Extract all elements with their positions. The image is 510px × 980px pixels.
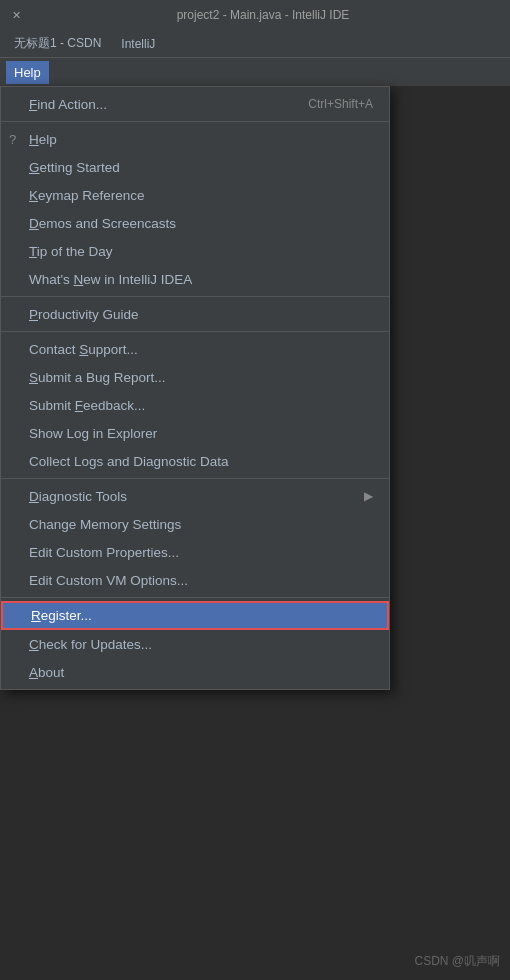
- tab-area: 无标题1 - CSDN IntelliJ: [0, 30, 510, 58]
- menu-item-show-log[interactable]: Show Log in Explorer: [1, 419, 389, 447]
- menu-item-edit-custom-properties[interactable]: Edit Custom Properties...: [1, 538, 389, 566]
- menu-item-edit-custom-vm[interactable]: Edit Custom VM Options...: [1, 566, 389, 594]
- watermark: CSDN @叽声啊: [414, 953, 500, 970]
- menu-section-find-action: Find Action... Ctrl+Shift+A: [1, 87, 389, 122]
- menu-item-whats-new[interactable]: What's New in IntelliJ IDEA: [1, 265, 389, 293]
- menu-item-tip-of-day[interactable]: Tip of the Day: [1, 237, 389, 265]
- menu-item-find-action[interactable]: Find Action... Ctrl+Shift+A: [1, 90, 389, 118]
- window-title: project2 - Main.java - IntelliJ IDE: [177, 8, 350, 22]
- title-bar: ✕ project2 - Main.java - IntelliJ IDE: [0, 0, 510, 30]
- menu-item-help[interactable]: Help: [6, 61, 49, 84]
- submenu-arrow-icon: ▶: [364, 489, 373, 503]
- menu-bar: Help: [0, 58, 510, 86]
- question-icon: ?: [9, 132, 16, 147]
- menu-item-productivity-guide[interactable]: Productivity Guide: [1, 300, 389, 328]
- title-bar-text: project2 - Main.java - IntelliJ IDE: [24, 8, 502, 22]
- tab-intellij[interactable]: IntelliJ: [111, 33, 165, 55]
- menu-section-tools: Diagnostic Tools ▶ Change Memory Setting…: [1, 479, 389, 598]
- menu-item-help[interactable]: ? Help: [1, 125, 389, 153]
- tab-csdn[interactable]: 无标题1 - CSDN: [4, 31, 111, 56]
- menu-item-submit-feedback[interactable]: Submit Feedback...: [1, 391, 389, 419]
- menu-item-about[interactable]: About: [1, 658, 389, 686]
- menu-section-help: ? Help Getting Started Keymap Reference …: [1, 122, 389, 297]
- menu-item-collect-logs[interactable]: Collect Logs and Diagnostic Data: [1, 447, 389, 475]
- menu-item-getting-started[interactable]: Getting Started: [1, 153, 389, 181]
- menu-item-demos-screencasts[interactable]: Demos and Screencasts: [1, 209, 389, 237]
- title-bar-controls: ✕: [8, 7, 24, 23]
- menu-item-diagnostic-tools[interactable]: Diagnostic Tools ▶: [1, 482, 389, 510]
- menu-section-register: Register... Check for Updates... About: [1, 598, 389, 689]
- menu-item-keymap-reference[interactable]: Keymap Reference: [1, 181, 389, 209]
- menu-item-change-memory[interactable]: Change Memory Settings: [1, 510, 389, 538]
- close-button[interactable]: ✕: [8, 7, 24, 23]
- menu-item-submit-bug[interactable]: Submit a Bug Report...: [1, 363, 389, 391]
- menu-item-check-updates[interactable]: Check for Updates...: [1, 630, 389, 658]
- menu-section-support: Contact Support... Submit a Bug Report..…: [1, 332, 389, 479]
- help-dropdown-menu: Find Action... Ctrl+Shift+A ? Help Getti…: [0, 86, 390, 690]
- menu-item-contact-support[interactable]: Contact Support...: [1, 335, 389, 363]
- menu-section-productivity: Productivity Guide: [1, 297, 389, 332]
- menu-item-register[interactable]: Register...: [1, 601, 389, 630]
